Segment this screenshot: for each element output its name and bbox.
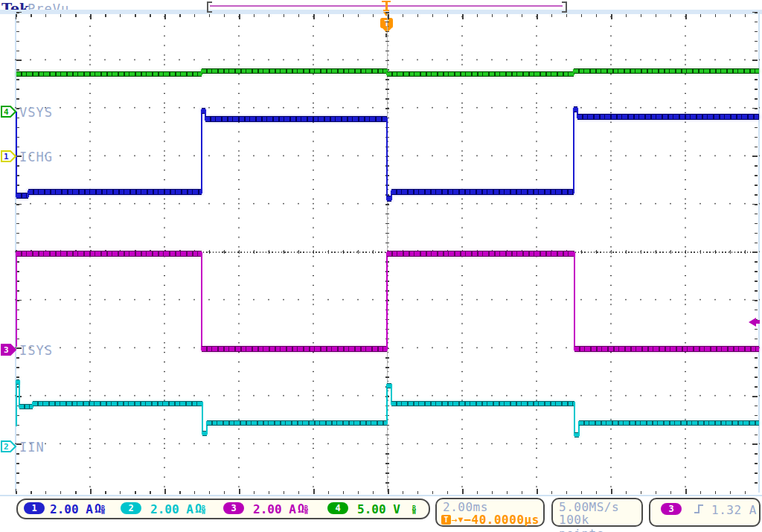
arrow-right-icon: → xyxy=(452,514,458,525)
timebase-box: 2.00ms T → ▼ −40.0000µs xyxy=(435,498,545,527)
ch3-ref-number: 3 xyxy=(4,345,9,355)
iin-trace-segment xyxy=(19,380,20,408)
ch1-badge: 1 xyxy=(24,502,45,514)
ch3-scale: 2.00 A xyxy=(253,502,296,516)
ch2-omega: Ω xyxy=(195,502,202,516)
ch1-label: ICHG xyxy=(19,150,53,164)
ch2-coupling-icon: ΩBW xyxy=(195,501,205,516)
channel-readout-box: 1 2.00 A ΩBW 2 2.00 A ΩBW 3 2.00 A ΩBW 4… xyxy=(16,499,430,519)
ichg-trace-segment xyxy=(573,108,574,193)
iin-trace-segment xyxy=(391,402,574,406)
iin-trace-segment xyxy=(579,421,759,425)
trigger-level-value: 1.32 A xyxy=(711,503,757,517)
isys-trace-segment xyxy=(387,251,574,256)
iin-trace-segment xyxy=(574,402,575,436)
ichg-trace-segment xyxy=(28,190,202,194)
ch3-badge: 3 xyxy=(223,502,244,514)
trigger-level-arrow-tail xyxy=(756,320,760,324)
vsys-trace-segment xyxy=(16,72,202,76)
trigger-box: 3 1.32 A xyxy=(649,498,761,527)
oscilloscope-screen: Tek PreVu T 4 VSYS 1 ICHG 3 xyxy=(0,0,762,532)
isys-trace-segment xyxy=(574,347,759,351)
ch2-scale: 2.00 A xyxy=(150,502,193,516)
isys-trace-segment xyxy=(202,347,387,351)
ichg-trace-segment xyxy=(391,190,574,194)
isys-trace-segment xyxy=(386,252,388,350)
trigger-level-arrow-icon xyxy=(749,318,756,327)
isys-trace-segment xyxy=(201,252,202,350)
trigger-position-readout: T → ▼ −40.0000µs xyxy=(441,513,540,527)
ch3-ref-marker: 3 xyxy=(1,343,17,356)
isys-trace-segment xyxy=(574,252,575,350)
ch3-omega: Ω xyxy=(298,502,304,516)
ichg-trace-segment xyxy=(201,109,202,193)
ch1-coupling-icon: ΩBW xyxy=(95,501,105,516)
ch4-badge: 4 xyxy=(327,502,348,514)
iin-trace-segment xyxy=(202,402,203,435)
ch4-label: VSYS xyxy=(19,105,53,120)
timebase-t-icon: T xyxy=(441,515,451,525)
iin-trace-segment xyxy=(386,384,388,424)
ch3-coupling-icon: ΩBW xyxy=(298,501,308,516)
isys-trace-segment xyxy=(16,252,17,347)
ch4-ref-marker: 4 xyxy=(1,105,17,118)
triangle-down-icon: ▼ xyxy=(458,515,464,525)
ichg-trace-segment xyxy=(16,193,28,198)
trigger-source-badge: 3 xyxy=(661,503,682,515)
ch2-ref-marker: 2 xyxy=(1,440,17,453)
ch4-bw-icon: BW xyxy=(412,501,416,516)
iin-trace-segment xyxy=(19,405,33,408)
ch1-scale: 2.00 A xyxy=(50,502,93,516)
ch1-omega: Ω xyxy=(95,502,101,516)
ch1-ref-number: 1 xyxy=(4,152,9,161)
acquisition-box: 5.00MS/s 100k points xyxy=(551,498,643,527)
ch2-ref-number: 2 xyxy=(4,442,9,452)
vsys-trace-segment xyxy=(574,69,759,73)
ch2-label: IIN xyxy=(19,440,45,455)
ch2-bw-w: W xyxy=(202,510,205,514)
ch3-bw-w: W xyxy=(304,510,308,514)
ch1-ref-marker: 1 xyxy=(1,150,17,163)
ichg-trace-segment xyxy=(386,118,388,200)
ch4-bw-w: W xyxy=(412,510,416,514)
iin-trace-segment xyxy=(16,380,17,426)
waveform-layer xyxy=(0,0,762,532)
record-length: 100k points xyxy=(559,513,641,532)
ichg-trace-segment xyxy=(205,117,387,121)
ch4-ref-number: 4 xyxy=(4,107,9,117)
trigger-position-value: −40.0000µs xyxy=(464,513,539,527)
ch4-scale: 5.00 V xyxy=(357,502,400,516)
iin-trace-segment xyxy=(33,402,202,406)
isys-trace-segment xyxy=(16,251,202,256)
vsys-trace-segment xyxy=(387,72,574,76)
vsys-trace-segment xyxy=(202,69,387,73)
ichg-trace-segment xyxy=(577,115,759,119)
iin-trace-segment xyxy=(207,421,387,425)
ch1-bw-w: W xyxy=(101,510,105,514)
ch2-badge: 2 xyxy=(121,502,141,514)
rising-edge-icon xyxy=(694,503,704,515)
ch3-label: ISYS xyxy=(19,343,53,358)
